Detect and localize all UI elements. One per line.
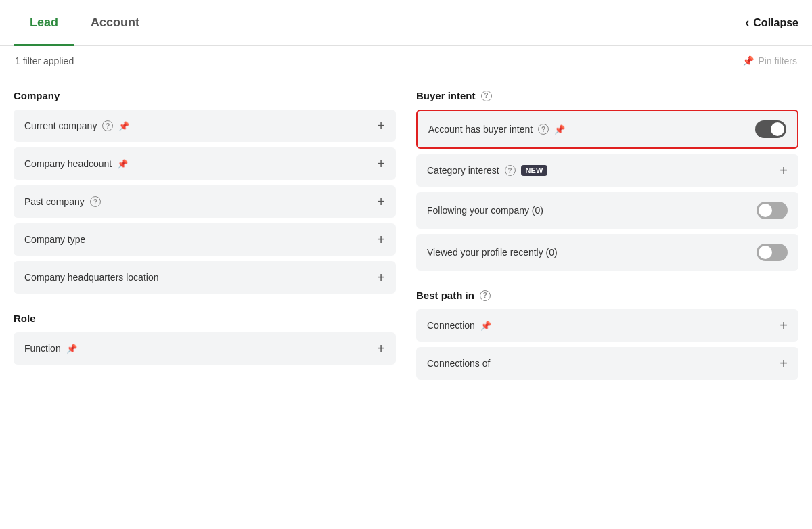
pin-icon-connection: 📌 <box>480 321 491 331</box>
buyer-intent-section-title: Buyer intent ? <box>416 90 798 101</box>
plus-icon-hq-location[interactable]: + <box>377 271 385 284</box>
filter-item-hq-location[interactable]: Company headquarters location + <box>14 261 396 294</box>
tabs: Lead Account <box>14 0 156 45</box>
filter-item-connection[interactable]: Connection 📌 + <box>416 309 798 342</box>
toggle-slider-viewed <box>757 244 788 261</box>
main-content: Company Current company ? 📌 + Company he… <box>0 76 812 527</box>
tab-account[interactable]: Account <box>74 1 156 46</box>
collapse-button[interactable]: ‹ Collapse <box>745 16 798 30</box>
filter-item-company-type[interactable]: Company type + <box>14 223 396 256</box>
question-icon-past-company: ? <box>90 196 101 207</box>
right-column: Buyer intent ? Account has buyer intent … <box>409 90 798 527</box>
tab-bar: Lead Account ‹ Collapse <box>0 0 812 46</box>
tab-lead[interactable]: Lead <box>14 1 74 46</box>
company-filter-list: Current company ? 📌 + Company headcount … <box>14 110 396 299</box>
toggle-slider-following <box>757 202 788 219</box>
pin-filters-button[interactable]: 📌 Pin filters <box>742 55 797 66</box>
toggle-viewed-profile[interactable] <box>757 244 788 261</box>
company-section-title: Company <box>14 90 396 101</box>
pin-icon-buyer-intent: 📌 <box>554 124 565 135</box>
toggle-buyer-intent[interactable] <box>755 120 786 138</box>
filter-item-following-company[interactable]: Following your company (0) <box>416 192 798 229</box>
filter-item-viewed-profile[interactable]: Viewed your profile recently (0) <box>416 234 798 271</box>
question-icon-best-path: ? <box>480 290 491 301</box>
best-path-filter-list: Connection 📌 + Connections of + <box>416 309 798 385</box>
filter-item-buyer-intent[interactable]: Account has buyer intent ? 📌 <box>416 110 798 149</box>
filter-item-company-headcount[interactable]: Company headcount 📌 + <box>14 147 396 180</box>
role-section: Role Function 📌 + <box>14 313 396 370</box>
pin-icon-headcount: 📌 <box>117 159 128 169</box>
best-path-section: Best path in ? Connection 📌 + Connection… <box>416 290 798 385</box>
plus-icon-function[interactable]: + <box>377 342 385 355</box>
filter-item-current-company[interactable]: Current company ? 📌 + <box>14 110 396 142</box>
plus-icon-company-type[interactable]: + <box>377 233 385 246</box>
plus-icon-category-interest[interactable]: + <box>780 164 788 177</box>
plus-icon-past-company[interactable]: + <box>377 195 385 208</box>
question-icon-category: ? <box>505 165 516 176</box>
filter-item-category-interest[interactable]: Category interest ? New + <box>416 154 798 187</box>
filter-item-function[interactable]: Function 📌 + <box>14 332 396 365</box>
plus-icon-connection[interactable]: + <box>780 319 788 332</box>
filter-bar: 1 filter applied 📌 Pin filters <box>0 46 812 76</box>
plus-icon-connections-of[interactable]: + <box>780 356 788 370</box>
company-section: Company Current company ? 📌 + Company he… <box>14 90 396 299</box>
left-column: Company Current company ? 📌 + Company he… <box>14 90 409 527</box>
filter-item-past-company[interactable]: Past company ? + <box>14 185 396 218</box>
filter-count: 1 filter applied <box>15 55 74 66</box>
pin-icon-current-company: 📌 <box>118 121 129 131</box>
toggle-slider <box>755 120 786 138</box>
best-path-section-title: Best path in ? <box>416 290 798 301</box>
toggle-following-company[interactable] <box>757 202 788 219</box>
pin-icon-function: 📌 <box>66 344 77 354</box>
chevron-left-icon: ‹ <box>745 16 749 30</box>
question-icon: ? <box>102 120 113 131</box>
question-icon-buyer-intent-item: ? <box>538 124 549 135</box>
question-icon-buyer-intent: ? <box>481 91 492 101</box>
plus-icon-current-company[interactable]: + <box>377 119 385 133</box>
new-badge: New <box>521 165 548 176</box>
plus-icon-headcount[interactable]: + <box>377 157 385 170</box>
role-filter-list: Function 📌 + <box>14 332 396 370</box>
buyer-intent-section: Buyer intent ? Account has buyer intent … <box>416 90 798 276</box>
pin-icon: 📌 <box>742 55 754 66</box>
filter-item-connections-of[interactable]: Connections of + <box>416 347 798 380</box>
buyer-intent-filter-list: Account has buyer intent ? 📌 Category in… <box>416 110 798 276</box>
role-section-title: Role <box>14 313 396 324</box>
